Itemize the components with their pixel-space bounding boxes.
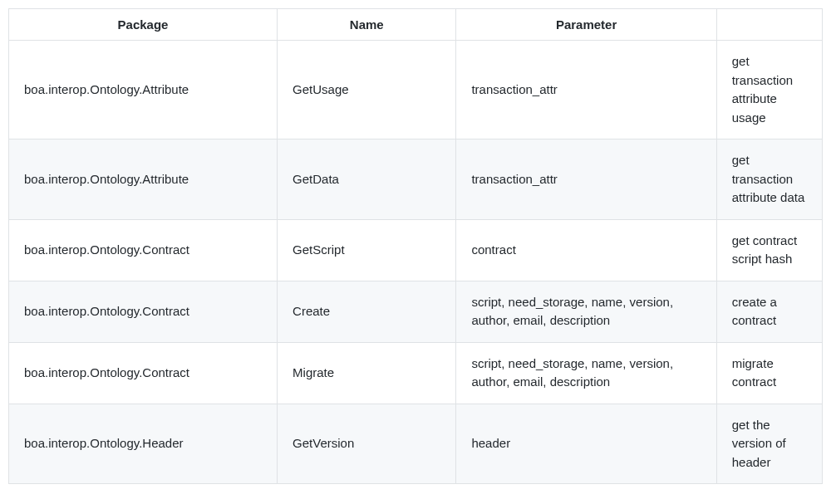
table-header: Package Name Parameter: [9, 9, 823, 41]
cell-package: boa.interop.Ontology.Contract: [9, 219, 278, 281]
cell-parameter: header: [456, 404, 716, 484]
api-table: Package Name Parameter boa.interop.Ontol…: [8, 8, 823, 484]
cell-name: Create: [278, 281, 456, 342]
cell-parameter: script, need_storage, name, version, aut…: [456, 281, 716, 342]
table-row: boa.interop.Ontology.Contract Create scr…: [9, 281, 823, 342]
cell-name: Migrate: [278, 342, 456, 404]
cell-package: boa.interop.Ontology.Attribute: [9, 41, 278, 139]
cell-parameter: transaction_attr: [456, 139, 716, 220]
table-row: boa.interop.Ontology.Attribute GetData t…: [9, 139, 823, 220]
cell-name: GetScript: [278, 219, 456, 281]
header-package: Package: [9, 9, 278, 41]
header-description: [716, 9, 822, 41]
cell-parameter: contract: [456, 219, 716, 281]
table-row: boa.interop.Ontology.Attribute GetUsage …: [9, 41, 823, 139]
cell-parameter: script, need_storage, name, version, aut…: [456, 342, 716, 404]
cell-description: get the version of header: [716, 404, 822, 484]
header-parameter: Parameter: [456, 9, 716, 41]
cell-package: boa.interop.Ontology.Contract: [9, 342, 278, 404]
table-body: boa.interop.Ontology.Attribute GetUsage …: [9, 41, 823, 484]
cell-parameter: transaction_attr: [456, 41, 716, 139]
cell-name: GetVersion: [278, 404, 456, 484]
cell-name: GetData: [278, 139, 456, 220]
cell-description: get transaction attribute usage: [716, 41, 822, 139]
cell-description: migrate contract: [716, 342, 822, 404]
header-name: Name: [278, 9, 456, 41]
api-table-container: Package Name Parameter boa.interop.Ontol…: [8, 8, 823, 484]
table-row: boa.interop.Ontology.Contract Migrate sc…: [9, 342, 823, 404]
cell-description: create a contract: [716, 281, 822, 342]
table-header-row: Package Name Parameter: [9, 9, 823, 41]
cell-description: get transaction attribute data: [716, 139, 822, 220]
cell-description: get contract script hash: [716, 219, 822, 281]
table-row: boa.interop.Ontology.Contract GetScript …: [9, 219, 823, 281]
cell-name: GetUsage: [278, 41, 456, 139]
cell-package: boa.interop.Ontology.Attribute: [9, 139, 278, 220]
table-row: boa.interop.Ontology.Header GetVersion h…: [9, 404, 823, 484]
cell-package: boa.interop.Ontology.Header: [9, 404, 278, 484]
cell-package: boa.interop.Ontology.Contract: [9, 281, 278, 342]
